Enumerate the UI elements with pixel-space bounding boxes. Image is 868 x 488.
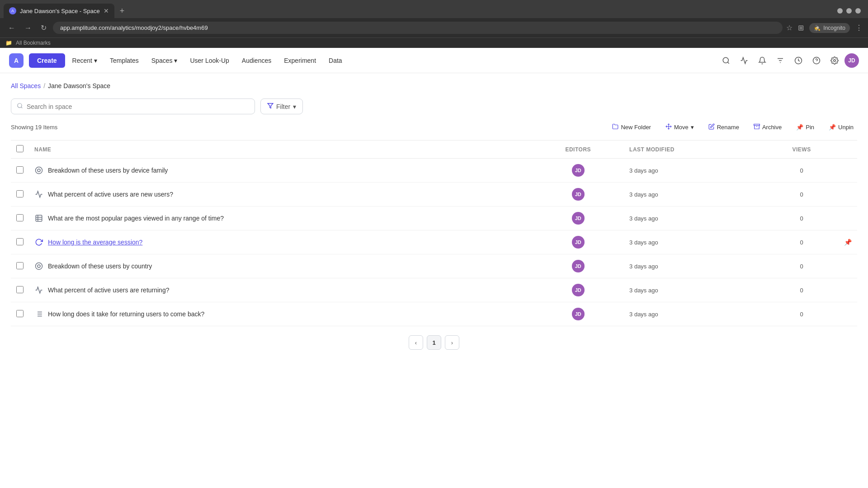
breadcrumb-all-spaces[interactable]: All Spaces (11, 82, 41, 89)
editors-cell: JD (538, 308, 618, 320)
svg-rect-16 (36, 215, 42, 221)
editor-avatar: JD (572, 188, 585, 201)
search-icon-button[interactable] (718, 52, 734, 69)
editors-cell: JD (538, 188, 618, 201)
filter-icon (267, 103, 274, 110)
nav-item-audiences[interactable]: Audiences (236, 53, 277, 68)
nav-item-data[interactable]: Data (323, 53, 348, 68)
nav-item-recent[interactable]: Recent ▾ (67, 53, 103, 68)
new-tab-button[interactable]: + (116, 5, 128, 18)
row-checkbox-2[interactable] (16, 190, 24, 197)
settings-icon-button[interactable] (826, 52, 843, 69)
browser-toolbar: ← → ↻ ☆ ⊞ 🕵 Incognito ⋮ (0, 18, 868, 38)
row-checkbox-6[interactable] (16, 286, 24, 293)
name-cell: What are the most popular pages viewed i… (34, 214, 527, 223)
prev-page-button[interactable]: ‹ (409, 335, 423, 350)
row-checkbox-4[interactable] (16, 238, 24, 245)
editors-cell: JD (538, 260, 618, 272)
incognito-badge: 🕵 Incognito (809, 23, 850, 33)
menu-icon[interactable]: ⋮ (855, 23, 863, 32)
move-icon (665, 123, 672, 131)
item-name[interactable]: How long is the average session? (48, 239, 142, 246)
address-bar[interactable] (53, 22, 783, 34)
svg-point-8 (18, 103, 22, 108)
filter-icon-button[interactable] (772, 52, 788, 69)
item-type-icon (34, 166, 43, 175)
row-checkbox-7[interactable] (16, 310, 24, 317)
notification-icon-button[interactable] (754, 52, 770, 69)
item-type-icon (34, 310, 43, 319)
chart-icon-button[interactable] (736, 52, 752, 69)
page-1-button[interactable]: 1 (427, 335, 441, 350)
tab-close-button[interactable]: ✕ (104, 7, 109, 14)
filter-button[interactable]: Filter ▾ (260, 99, 303, 114)
name-cell: How long does it take for returning user… (34, 310, 527, 319)
user-avatar[interactable]: JD (844, 53, 859, 68)
editor-avatar: JD (572, 260, 585, 272)
rename-button[interactable]: Rename (705, 122, 743, 133)
create-button[interactable]: Create (29, 53, 65, 68)
name-cell: What percent of active users are new use… (34, 190, 527, 199)
nav-icons: JD (718, 52, 859, 69)
unpin-button[interactable]: 📌 Unpin (825, 122, 857, 132)
svg-point-15 (38, 169, 40, 172)
app-logo[interactable]: A (9, 53, 24, 68)
move-button[interactable]: Move ▾ (662, 122, 698, 133)
close-button[interactable] (855, 8, 861, 14)
tab-title: Jane Dawson's Space - Space (20, 8, 100, 14)
breadcrumb-separator: / (43, 82, 45, 89)
editor-avatar: JD (572, 212, 585, 225)
item-type-icon (34, 262, 43, 271)
views-cell: 0 (764, 254, 839, 278)
window-controls (837, 8, 864, 14)
search-input[interactable] (27, 103, 249, 110)
help-icon-button[interactable] (808, 52, 825, 69)
item-name: What are the most popular pages viewed i… (48, 215, 224, 222)
table-row: What are the most popular pages viewed i… (11, 206, 857, 230)
editors-cell: JD (538, 212, 618, 225)
search-filter-bar: Filter ▾ (11, 99, 857, 114)
select-all-checkbox[interactable] (16, 145, 24, 152)
nav-item-experiment[interactable]: Experiment (278, 53, 321, 68)
main-content: All Spaces / Jane Dawson's Space Filter … (0, 73, 868, 368)
forward-button[interactable]: → (22, 22, 34, 34)
bookmarks-icon: 📁 (5, 40, 12, 46)
row-checkbox-5[interactable] (16, 262, 24, 269)
last-modified-cell: 3 days ago (624, 230, 764, 254)
pin-button[interactable]: 📌 Pin (793, 122, 818, 132)
active-tab[interactable]: A Jane Dawson's Space - Space ✕ (4, 4, 114, 18)
extension-icon[interactable]: ⊞ (798, 23, 804, 32)
table-row: Breakdown of these users by country JD 3… (11, 254, 857, 278)
editor-avatar: JD (572, 284, 585, 296)
reload-button[interactable]: ↻ (38, 22, 49, 34)
app: A Create Recent ▾ Templates Spaces ▾ Use… (0, 48, 868, 482)
editor-avatar: JD (572, 164, 585, 177)
row-checkbox-1[interactable] (16, 166, 24, 174)
tab-favicon: A (9, 7, 16, 14)
nav-item-templates[interactable]: Templates (104, 53, 144, 68)
views-cell: 0 (764, 230, 839, 254)
next-page-button[interactable]: › (445, 335, 459, 350)
name-cell: Breakdown of these users by country (34, 262, 527, 271)
column-editors: EDITORS (532, 141, 624, 159)
maximize-button[interactable] (846, 8, 852, 14)
incognito-label: Incognito (823, 25, 845, 31)
row-checkbox-3[interactable] (16, 214, 24, 221)
item-type-icon (34, 214, 43, 223)
name-cell: Breakdown of these users by device famil… (34, 166, 527, 175)
unpin-icon: 📌 (829, 124, 836, 131)
nav-item-user-lookup[interactable]: User Look-Up (184, 53, 234, 68)
table-row: What percent of active users are new use… (11, 183, 857, 206)
nav-item-spaces[interactable]: Spaces ▾ (146, 53, 183, 68)
archive-button[interactable]: Archive (750, 122, 785, 133)
item-name: Breakdown of these users by device famil… (48, 167, 168, 174)
tab-bar: A Jane Dawson's Space - Space ✕ + (0, 0, 868, 18)
bookmark-icon[interactable]: ☆ (786, 23, 793, 32)
activity-icon-button[interactable] (790, 52, 807, 69)
back-button[interactable]: ← (5, 22, 18, 34)
svg-point-21 (38, 265, 40, 267)
new-folder-button[interactable]: New Folder (609, 122, 654, 133)
minimize-button[interactable] (837, 8, 843, 14)
table-header: NAME EDITORS LAST MODIFIED VIEWS (11, 141, 857, 159)
svg-rect-12 (754, 124, 760, 126)
